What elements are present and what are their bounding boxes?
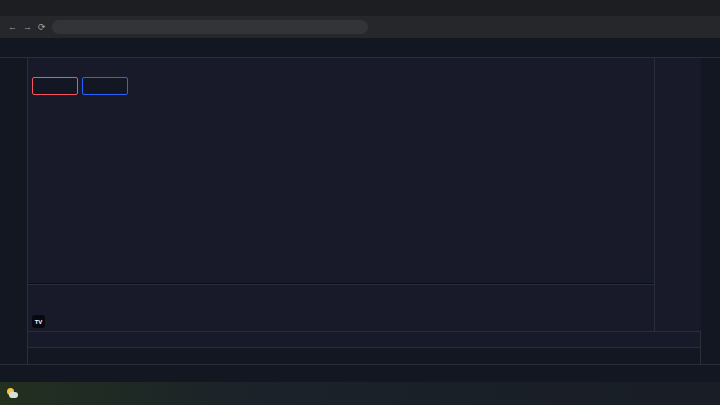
tradingview-logo[interactable]: TV xyxy=(32,315,45,328)
refresh-icon[interactable]: ⟳ xyxy=(38,22,46,32)
order-widget xyxy=(32,77,128,95)
screen: ← → ⟳ TV xyxy=(0,0,720,405)
browser-tab-strip xyxy=(0,0,720,16)
macd-pane[interactable] xyxy=(28,284,654,332)
weather-icon xyxy=(6,387,19,400)
forward-icon[interactable]: → xyxy=(23,22,32,32)
range-toolbar xyxy=(28,347,700,364)
sell-button[interactable] xyxy=(32,77,78,95)
time-axis[interactable] xyxy=(28,331,700,348)
range-toolbar-right xyxy=(670,347,686,364)
back-icon[interactable]: ← xyxy=(8,22,17,32)
buy-button[interactable] xyxy=(82,77,128,95)
browser-address-bar: ← → ⟳ xyxy=(0,16,720,38)
weather-widget[interactable] xyxy=(0,387,23,400)
tv-left-drawing-toolbar xyxy=(0,58,28,364)
tv-right-sidebar xyxy=(700,58,720,364)
price-axis[interactable] xyxy=(654,58,701,331)
url-field[interactable] xyxy=(52,20,368,34)
bottom-panel-tabs xyxy=(0,364,720,382)
windows-taskbar xyxy=(0,382,720,405)
tv-toolbar xyxy=(0,38,720,58)
